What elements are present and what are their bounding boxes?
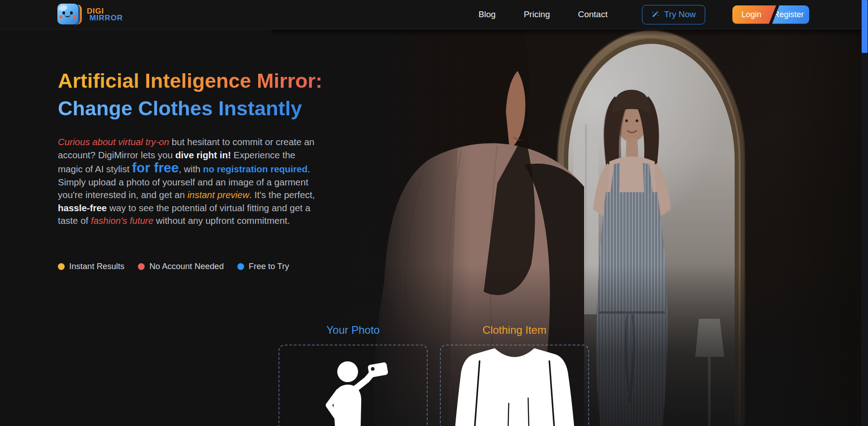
page: DIGI MIRROR Blog Pricing Contact Try Now… [0,0,868,426]
red-dot-icon [138,263,145,270]
paragraph-segment: , with [179,164,203,174]
logo-line2: MIRROR [90,14,123,22]
paragraph-segment: no registration required [203,164,307,174]
selfie-person-icon [306,357,400,426]
paragraph-segment: . It's the perfect, [249,189,315,200]
feature-badges: Instant Results No Account Needed Free t… [58,261,289,271]
paragraph-segment: Curious about virtual try-on [58,137,169,147]
your-photo-label: Your Photo [326,324,380,336]
nav-item-pricing[interactable]: Pricing [524,9,550,19]
feature-instant-results: Instant Results [58,261,124,271]
magic-wand-icon [651,9,660,19]
shirt-icon [442,346,587,426]
feature-label: Instant Results [69,261,124,271]
paragraph-segment: instant preview [188,189,250,200]
page-title: Artificial Inteligence Mirror: Change Cl… [58,67,322,122]
scrollbar-thumb[interactable] [862,0,868,53]
digimirror-mascot-icon [57,4,82,25]
logo[interactable]: DIGI MIRROR [57,4,123,25]
paragraph-segment: for free [132,160,179,175]
try-now-button[interactable]: Try Now [642,5,705,24]
paragraph-segment: without any upfront commitment. [153,215,290,226]
clothing-item-label: Clothing Item [482,324,546,336]
nav-item-contact[interactable]: Contact [578,9,607,19]
yellow-dot-icon [58,263,65,270]
logo-text: DIGI MIRROR [87,8,123,21]
clothing-item-dropzone[interactable] [440,345,589,426]
hero-paragraph: Curious about virtual try-on but hesitan… [58,136,320,227]
nav-item-blog[interactable]: Blog [478,9,495,19]
title-line-1: Artificial Inteligence Mirror: [58,67,322,95]
your-photo-dropzone[interactable] [278,345,428,426]
feature-no-account: No Account Needed [138,261,224,271]
blue-dot-icon [237,263,244,270]
feature-free-to-try: Free to Try [237,261,289,271]
auth-buttons: Login Register [732,5,809,24]
try-now-label: Try Now [664,9,696,19]
top-navigation-bar: DIGI MIRROR Blog Pricing Contact Try Now… [0,0,868,29]
main-nav: Blog Pricing Contact [478,9,608,19]
register-button[interactable]: Register [772,5,809,24]
feature-label: Free to Try [249,261,289,271]
feature-label: No Account Needed [149,261,224,271]
paragraph-segment: fashion's future [91,215,153,226]
scrollbar-track[interactable] [861,0,868,426]
paragraph-segment: dive right in! [175,150,231,160]
login-button[interactable]: Login [732,5,776,24]
paragraph-segment: hassle-free [58,203,107,213]
title-line-2: Change Clothes Instantly [58,95,322,122]
